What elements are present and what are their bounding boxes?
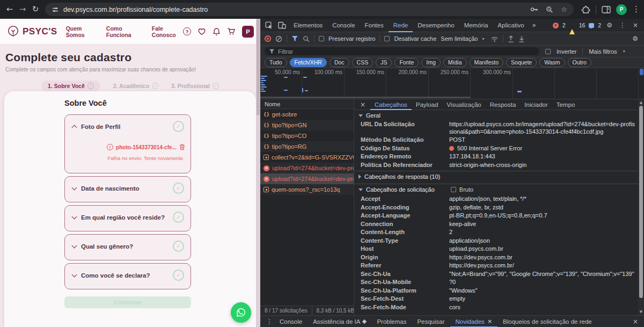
throttling-caret-icon[interactable]: ▾ xyxy=(482,37,484,41)
record-icon[interactable] xyxy=(265,35,271,42)
zoom-icon[interactable] xyxy=(546,6,553,13)
heart-icon[interactable] xyxy=(197,27,206,35)
export-har-icon[interactable] xyxy=(518,35,525,42)
issues-icon[interactable] xyxy=(589,23,594,28)
chip-fetch-xhr[interactable]: Fetch/XHR xyxy=(290,58,327,67)
reload-icon[interactable]: ↻ xyxy=(29,0,42,19)
drawer-tab-novidades[interactable]: Novidades× xyxy=(450,316,498,327)
raw-label[interactable]: Bruto xyxy=(459,186,473,193)
chip-tudo[interactable]: Tudo xyxy=(265,58,287,67)
details-scrollbar[interactable]: ▲ ▼ xyxy=(638,99,644,315)
brand-name[interactable]: PSYC'S xyxy=(23,26,57,37)
preserve-log-checkbox[interactable] xyxy=(319,36,324,41)
devtools-close-icon[interactable]: × xyxy=(631,21,640,29)
whatsapp-button[interactable] xyxy=(231,302,251,323)
invert-checkbox[interactable] xyxy=(545,49,551,54)
page-scrollbar[interactable] xyxy=(256,19,260,327)
more-tabs-icon[interactable]: » xyxy=(529,21,539,29)
network-settings-icon[interactable]: ⚙ xyxy=(631,35,640,42)
user-avatar[interactable]: P xyxy=(242,26,254,38)
filter-funnel-icon[interactable] xyxy=(291,35,298,42)
section-general[interactable]: Geral xyxy=(354,110,644,120)
accordion-declara[interactable]: Como você se declara? ✓ xyxy=(64,263,191,289)
drawer-tab-pesquisar[interactable]: Pesquisar xyxy=(412,316,450,327)
back-icon[interactable]: ← xyxy=(3,0,16,19)
delete-photo-icon[interactable] xyxy=(179,144,185,150)
disable-cache-checkbox[interactable] xyxy=(384,36,390,41)
tab-desempenho[interactable]: Desempenho xyxy=(413,19,459,32)
notifications-bell-icon[interactable] xyxy=(213,27,221,36)
request-row-selected[interactable]: ×upload?id=274&bucket=dev-profis... xyxy=(260,173,354,184)
more-filters-caret-icon[interactable]: ▾ xyxy=(623,49,625,54)
bookmark-star-icon[interactable]: ☆ xyxy=(561,5,567,13)
step-sobre-voce[interactable]: 1. Sobre Você✓ xyxy=(41,81,100,91)
nav-fale-conosco[interactable]: Fale Conosco xyxy=(152,25,183,38)
request-row[interactable]: {}tipo?tipo=CO xyxy=(260,130,354,141)
profile-photo-thumbnail[interactable] xyxy=(70,135,100,165)
warning-count[interactable]: 16 xyxy=(579,22,586,28)
warning-count-icon[interactable]: ! xyxy=(569,23,575,28)
detail-tab-visualizacao[interactable]: Visualização xyxy=(442,99,485,110)
chip-css[interactable]: CSS xyxy=(352,58,374,67)
nav-quem-somos[interactable]: Quem Somos xyxy=(66,25,97,38)
disable-cache-label[interactable]: Desativar cache xyxy=(394,35,436,42)
import-har-icon[interactable] xyxy=(508,35,514,42)
chip-img[interactable]: Img xyxy=(421,58,441,67)
accordion-regiao[interactable]: Em qual região você reside? ✓ xyxy=(64,205,191,231)
close-details-icon[interactable]: × xyxy=(355,101,370,108)
cart-icon[interactable] xyxy=(227,27,236,35)
step-academico[interactable]: 2. Acadêmico✓ xyxy=(113,83,158,89)
chip-doc[interactable]: Doc xyxy=(330,58,349,67)
tab-memoria[interactable]: Memória xyxy=(459,19,493,32)
chip-manifesto[interactable]: Manifesto xyxy=(470,58,504,67)
chip-wasm[interactable]: Wasm xyxy=(539,58,565,67)
clear-icon[interactable] xyxy=(275,35,282,42)
section-response-headers[interactable]: Cabeçalhos de resposta (10) xyxy=(354,171,644,182)
drawer-tab-bloqueios[interactable]: Bloqueios de solicitação de rede xyxy=(497,316,597,327)
extensions-icon[interactable] xyxy=(581,5,590,14)
devtools-menu-icon[interactable]: ⋮ xyxy=(618,21,627,29)
request-row[interactable]: {}get-sobre xyxy=(260,109,354,120)
search-icon[interactable] xyxy=(303,35,310,42)
detail-tab-tempo[interactable]: Tempo xyxy=(552,99,580,110)
url-text[interactable]: dev.psycs.com.br/profissional/complete-c… xyxy=(63,6,526,13)
request-row[interactable]: {}tipo?tipo=RG xyxy=(260,141,354,152)
invert-label[interactable]: Inverter xyxy=(557,48,576,55)
raw-headers-checkbox[interactable] xyxy=(451,187,456,192)
password-key-icon[interactable] xyxy=(530,6,538,13)
drawer-tab-problemas[interactable]: Problemas xyxy=(371,316,412,327)
chip-js[interactable]: JS xyxy=(376,58,392,67)
request-list-header[interactable]: Nome xyxy=(260,99,354,109)
drawer-close-icon[interactable]: × xyxy=(631,318,640,325)
network-conditions-icon[interactable] xyxy=(491,35,499,42)
error-count-icon[interactable]: × xyxy=(553,23,559,28)
help-icon[interactable]: ? xyxy=(183,27,191,35)
side-panel-icon[interactable] xyxy=(602,6,611,13)
drawer-tab-assistencia-ia[interactable]: Assistência de IA xyxy=(308,316,371,327)
devtools-settings-icon[interactable]: ⚙ xyxy=(605,21,614,29)
chip-fonte[interactable]: Fonte xyxy=(394,58,419,67)
preserve-log-label[interactable]: Preservar registro xyxy=(328,35,375,42)
tab-console[interactable]: Console xyxy=(327,19,360,32)
more-filters-label[interactable]: Mais filtros xyxy=(589,48,617,55)
filter-input[interactable]: Filtrar xyxy=(265,47,539,55)
detail-tab-iniciador[interactable]: Iniciador xyxy=(520,99,552,110)
chip-midia[interactable]: Mídia xyxy=(443,58,467,67)
request-row[interactable]: quem-somos?_rsc=1o13q xyxy=(260,184,354,195)
request-row-failed[interactable]: ×upload?id=274&bucket=dev-profis... xyxy=(260,163,354,173)
section-request-headers[interactable]: Cabeçalhos de solicitação Bruto xyxy=(354,184,644,195)
chip-soquete[interactable]: Soquete xyxy=(506,58,537,67)
drawer-tab-console[interactable]: Console xyxy=(274,316,308,327)
detail-tab-cabecalhos[interactable]: Cabeçalhos xyxy=(370,99,412,110)
throttling-select[interactable]: Sem limitação xyxy=(441,35,478,42)
close-tab-icon[interactable]: × xyxy=(487,318,492,325)
nav-como-funciona[interactable]: Como Funciona xyxy=(106,25,142,38)
request-row[interactable]: {}tipo?tipo=GN xyxy=(260,120,354,130)
request-row[interactable]: collect?v=2&tid=G-SVSRXZZVGK&g... xyxy=(260,152,354,163)
error-count[interactable]: 2 xyxy=(562,22,566,28)
accordion-foto-perfil[interactable]: Foto de Perfil ✓ ! photo-1543373014-cfe.… xyxy=(64,114,191,173)
detail-tab-payload[interactable]: Payload xyxy=(412,99,443,110)
chip-outro[interactable]: Outro xyxy=(568,58,591,67)
device-toolbar-icon[interactable] xyxy=(275,21,289,29)
site-settings-icon[interactable] xyxy=(52,6,59,13)
